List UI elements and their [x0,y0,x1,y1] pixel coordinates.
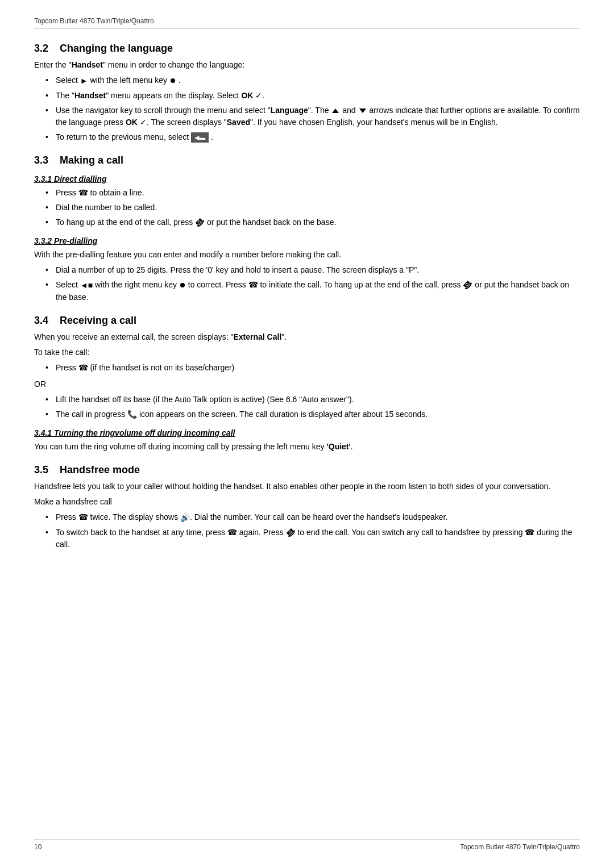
list-item: Press ☎ twice. The display shows 🔊. Dial… [45,511,580,524]
triangle-down-icon [359,108,366,113]
section-3-4-or: OR [34,378,580,390]
section-3-3-1-heading: 3.3.1 Direct dialling [34,174,580,183]
section-3-5-intro: Handsfree lets you talk to your caller w… [34,481,580,493]
section-3-2-intro: Enter the "Handset" menu in order to cha… [34,59,580,71]
hangup-icon-3: ☎ [283,525,298,540]
list-item: To switch back to the handset at any tim… [45,527,580,550]
section-3-4-list2: Lift the handset off its base (if the Au… [45,394,580,421]
list-item: Use the navigator key to scroll through … [45,105,580,128]
section-3-2-list: Select ► with the left menu key . The "H… [45,74,580,143]
section-3-3-2-heading: 3.3.2 Pre-dialling [34,236,580,245]
list-item: Select ◄■ with the right menu key to cor… [45,279,580,303]
phone-icon-6: ☎ [525,527,534,539]
phone-icon-4: ☎ [78,511,88,523]
footer: 10 Topcom Butler 4870 Twin/Triple/Quattr… [34,839,580,851]
hangup-icon: ☎ [192,215,208,230]
hangup-icon-2: ☎ [460,277,476,293]
section-3-5-list: Press ☎ twice. The display shows 🔊. Dial… [45,511,580,550]
section-3-5: 3.5 Handsfree mode Handsfree lets you ta… [34,464,580,550]
list-item: Press ☎ to obtain a line. [45,187,580,199]
section-3-2-heading: 3.2 Changing the language [34,43,580,55]
section-3-3-heading: 3.3 Making a call [34,155,580,166]
phone-icon: ☎ [78,187,88,199]
list-item: Lift the handset off its base (if the Au… [45,394,580,406]
phone-icon-5: ☎ [227,527,237,539]
list-item: Press ☎ (if the handset is not on its ba… [45,362,580,374]
section-3-4-1-text: You can turn the ring volume off during … [34,441,580,453]
page: Topcom Butler 4870 Twin/Triple/Quattro 3… [0,0,614,868]
checkmark-icon-2: ✓ [140,116,147,128]
back-icon: ◀▬ [191,132,209,143]
header: Topcom Butler 4870 Twin/Triple/Quattro [34,17,580,29]
section-3-4-intro2: To take the call: [34,347,580,358]
section-3-5-heading: 3.5 Handsfree mode [34,464,580,476]
checkmark-icon: ✓ [255,90,262,102]
section-3-2: 3.2 Changing the language Enter the "Han… [34,43,580,143]
list-item: Dial the number to be called. [45,202,580,214]
speaker-icon: 🔊 [180,512,190,524]
section-3-4-intro: When you receive an external call, the s… [34,331,580,343]
list-item: To hang up at the end of the call, press… [45,216,580,228]
section-3-3-1-list: Press ☎ to obtain a line. Dial the numbe… [45,187,580,228]
list-item: Dial a number of up to 25 digits. Press … [45,264,580,276]
section-3-3: 3.3 Making a call 3.3.1 Direct dialling … [34,155,580,303]
section-3-4-heading: 3.4 Receiving a call [34,315,580,327]
list-item: The "Handset" menu appears on the displa… [45,90,580,102]
header-title: Topcom Butler 4870 Twin/Triple/Quattro [34,17,154,25]
phone-icon-2: ☎ [248,279,258,291]
dot-icon [171,78,175,83]
section-3-3-2-intro: With the pre-dialling feature you can en… [34,249,580,261]
list-item: The call in progress 📞 icon appears on t… [45,408,580,421]
section-3-4-1-heading: 3.4.1 Turning the ringvolume off during … [34,428,580,437]
dot-icon-2 [180,283,185,287]
list-item: Select ► with the left menu key . [45,74,580,87]
walkphone-icon: 📞 [127,408,137,420]
section-3-3-2-list: Dial a number of up to 25 digits. Press … [45,264,580,303]
section-3-4: 3.4 Receiving a call When you receive an… [34,315,580,453]
triangle-up-icon [332,108,339,113]
phone-icon-3: ☎ [78,362,88,374]
backc-icon: ◄■ [80,279,93,291]
section-3-5-intro2: Make a handsfree call [34,496,580,508]
footer-title: Topcom Butler 4870 Twin/Triple/Quattro [460,843,580,851]
footer-page-number: 10 [34,843,42,851]
section-3-4-list1: Press ☎ (if the handset is not on its ba… [45,362,580,374]
arrow-icon: ► [80,75,88,87]
list-item: To return to the previous menu, select ◀… [45,131,580,143]
